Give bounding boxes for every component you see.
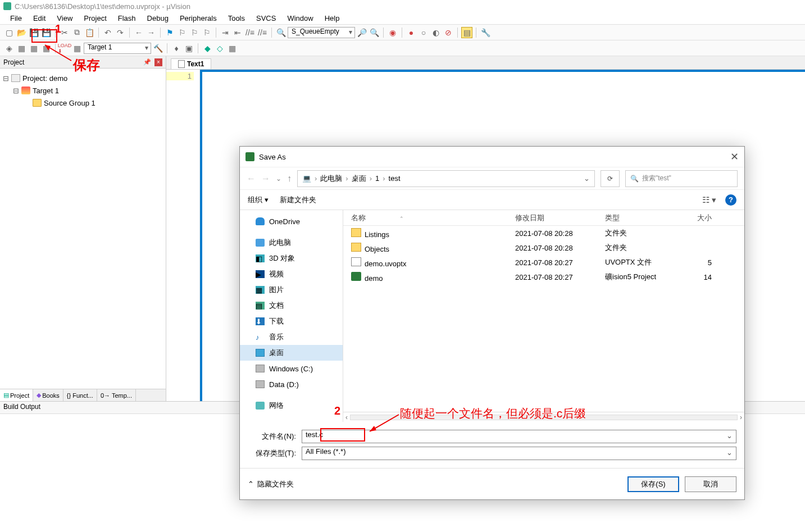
- menu-file[interactable]: File: [4, 14, 28, 22]
- file-row[interactable]: Listings2021-07-08 20:28文件夹: [343, 226, 744, 240]
- pack-installer-icon[interactable]: ◆: [202, 43, 213, 54]
- menu-project[interactable]: Project: [78, 14, 112, 22]
- project-tree[interactable]: ⊟ Project: demo ⊟ Target 1 Source Group …: [0, 69, 166, 389]
- bookmark-icon[interactable]: ⚑: [164, 27, 175, 38]
- view-options-icon[interactable]: ☷ ▾: [702, 195, 716, 205]
- indent-icon[interactable]: ⇥: [220, 27, 231, 38]
- sidebar-item-d-drive[interactable]: Data (D:): [240, 376, 343, 392]
- tab-functions[interactable]: {} Funct...: [63, 389, 97, 401]
- rebuild-icon[interactable]: ▦: [28, 43, 39, 54]
- nav-back-icon[interactable]: ←: [133, 27, 144, 38]
- help-icon[interactable]: ?: [725, 194, 736, 206]
- redo-icon[interactable]: ↷: [115, 27, 126, 38]
- uncomment-icon[interactable]: //≡: [257, 27, 268, 38]
- bookmark-next-icon[interactable]: ⚐: [189, 27, 200, 38]
- nav-forward-icon[interactable]: →: [261, 174, 270, 184]
- col-type[interactable]: 类型: [605, 213, 684, 223]
- menu-tools[interactable]: Tools: [222, 14, 251, 22]
- batch-build-icon[interactable]: ▦: [40, 43, 52, 54]
- books-icon[interactable]: ▦: [226, 43, 238, 54]
- menu-window[interactable]: Window: [281, 14, 319, 22]
- file-row[interactable]: demo.uvoptx2021-07-08 20:27UVOPTX 文件5: [343, 255, 744, 270]
- target-options-icon[interactable]: ▦: [71, 43, 83, 54]
- sidebar-item-documents[interactable]: ▤文档: [240, 298, 343, 313]
- paste-icon[interactable]: 📋: [84, 27, 95, 38]
- sidebar-item-downloads[interactable]: ⬇下载: [240, 313, 343, 329]
- hide-folders-toggle[interactable]: ⌃ 隐藏文件夹: [248, 479, 294, 489]
- sidebar-item-music[interactable]: ♪音乐: [240, 329, 343, 345]
- col-size[interactable]: 大小: [684, 213, 717, 223]
- crumb-1[interactable]: 1: [375, 174, 379, 183]
- comment-icon[interactable]: //≡: [244, 27, 256, 38]
- breakpoint-kill-icon[interactable]: ⊘: [443, 27, 454, 38]
- cancel-button[interactable]: 取消: [685, 476, 736, 492]
- find-in-files-icon[interactable]: 🔎: [356, 27, 367, 38]
- project-target-label[interactable]: Target 1: [33, 87, 59, 95]
- crumb-pc[interactable]: 此电脑: [320, 174, 342, 184]
- copy-icon[interactable]: ⧉: [71, 27, 83, 38]
- sidebar-item-c-drive[interactable]: Windows (C:): [240, 361, 343, 376]
- sidebar-item-3dobjects[interactable]: ◧3D 对象: [240, 251, 343, 266]
- window-layout-icon[interactable]: ▤: [461, 27, 472, 38]
- nav-up-icon[interactable]: ↑: [287, 174, 292, 184]
- build-icon[interactable]: ▦: [16, 43, 27, 54]
- project-root-label[interactable]: Project: demo: [22, 74, 67, 83]
- tab-templates[interactable]: 0→ Temp...: [97, 389, 136, 401]
- file-row[interactable]: demo2021-07-08 20:27礦ision5 Project14: [343, 270, 744, 284]
- col-date[interactable]: 修改日期: [515, 213, 605, 223]
- menu-edit[interactable]: Edit: [28, 14, 51, 22]
- dialog-close-icon[interactable]: ✕: [730, 151, 739, 163]
- chevron-down-icon[interactable]: ⌄: [584, 174, 590, 183]
- refresh-button[interactable]: ⟳: [601, 170, 620, 187]
- target-combo[interactable]: Target 1: [84, 43, 151, 54]
- close-icon[interactable]: ×: [154, 58, 162, 66]
- col-name[interactable]: 名称⌃: [347, 213, 515, 223]
- configure-icon[interactable]: 🔧: [480, 27, 491, 38]
- editor-tab-text1[interactable]: Text1: [171, 58, 211, 69]
- nav-back-icon[interactable]: ←: [247, 174, 256, 184]
- sidebar-item-desktop[interactable]: 桌面: [240, 345, 343, 361]
- menu-debug[interactable]: Debug: [142, 14, 174, 22]
- breakpoint-icon[interactable]: ●: [406, 27, 417, 38]
- sidebar-item-onedrive[interactable]: OneDrive: [240, 213, 343, 229]
- search-input[interactable]: 🔍 搜索"test": [625, 170, 738, 187]
- tree-toggle[interactable]: ⊟: [2, 74, 9, 83]
- file-row[interactable]: Objects2021-07-08 20:28文件夹: [343, 240, 744, 255]
- menu-help[interactable]: Help: [319, 14, 345, 22]
- filename-input[interactable]: test.c: [302, 430, 736, 443]
- undo-icon[interactable]: ↶: [102, 27, 113, 38]
- select-packs-icon[interactable]: ▣: [183, 43, 194, 54]
- menu-flash[interactable]: Flash: [112, 14, 142, 22]
- translate-icon[interactable]: ◈: [3, 43, 15, 54]
- project-group-label[interactable]: Source Group 1: [44, 99, 95, 107]
- manage-components-icon[interactable]: ♦: [171, 43, 182, 54]
- incremental-find-icon[interactable]: 🔍: [369, 27, 380, 38]
- find-icon[interactable]: 🔍: [275, 27, 286, 38]
- sidebar-item-thispc[interactable]: 此电脑: [240, 235, 343, 251]
- breadcrumb[interactable]: 💻 › 此电脑 › 桌面 › 1 › test ⌄: [297, 170, 595, 187]
- filetype-combo[interactable]: All Files (*.*): [302, 447, 736, 460]
- tab-books[interactable]: ◆Books: [33, 389, 63, 401]
- tree-toggle[interactable]: ⊟: [12, 87, 19, 95]
- crumb-test[interactable]: test: [389, 174, 401, 183]
- pin-icon[interactable]: 📌: [143, 58, 151, 66]
- new-folder-button[interactable]: 新建文件夹: [280, 195, 316, 205]
- save-button[interactable]: 保存(S): [627, 476, 679, 492]
- debug-icon[interactable]: ◉: [387, 27, 398, 38]
- tab-project[interactable]: ▤Project: [0, 389, 33, 401]
- options-icon[interactable]: 🔨: [152, 43, 163, 54]
- outdent-icon[interactable]: ⇤: [232, 27, 243, 38]
- sidebar-item-videos[interactable]: ▶视频: [240, 266, 343, 282]
- nav-fwd-icon[interactable]: →: [145, 27, 157, 38]
- nav-recent-icon[interactable]: ⌄: [276, 175, 281, 183]
- breakpoint-disable-icon[interactable]: ◐: [430, 27, 442, 38]
- download-icon[interactable]: LOAD⬇: [59, 43, 70, 54]
- manage-rte-icon[interactable]: ◇: [214, 43, 225, 54]
- sidebar-item-pictures[interactable]: ▦图片: [240, 282, 343, 298]
- crumb-desktop[interactable]: 桌面: [352, 174, 366, 184]
- bookmark-clear-icon[interactable]: ⚐: [201, 27, 212, 38]
- menu-view[interactable]: View: [51, 14, 78, 22]
- sidebar-item-network[interactable]: 网络: [240, 398, 343, 413]
- menu-svcs[interactable]: SVCS: [251, 14, 281, 22]
- open-file-icon[interactable]: 📂: [16, 27, 27, 38]
